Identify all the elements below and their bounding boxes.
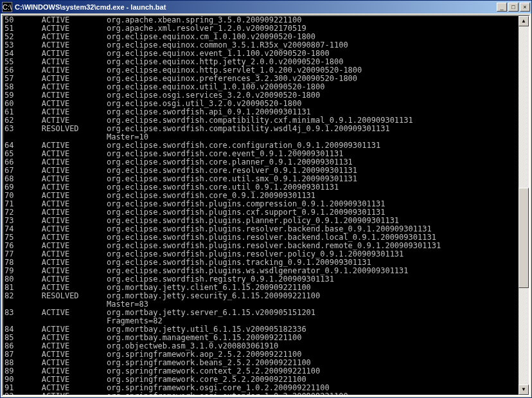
scroll-thumb[interactable] [519, 188, 529, 288]
bundle-row: 92 ACTIVE org.springframework.osgi.exten… [4, 392, 517, 395]
minimize-button[interactable]: _ [497, 3, 507, 12]
scroll-up-button[interactable]: ▲ [519, 16, 529, 26]
scroll-down-button[interactable]: ▼ [519, 384, 529, 395]
maximize-button[interactable]: □ [508, 3, 519, 12]
window-buttons: _ □ × [497, 3, 530, 12]
window-title: C:\WINDOWS\system32\cmd.exe - launch.bat [15, 3, 497, 11]
app-icon: C:\ [2, 2, 12, 12]
scroll-track[interactable] [519, 26, 529, 384]
console-output[interactable]: 50 ACTIVE org.apache.xbean.spring_3.5.0.… [3, 16, 519, 395]
titlebar[interactable]: C:\ C:\WINDOWS\system32\cmd.exe - launch… [1, 1, 531, 14]
close-button[interactable]: × [520, 3, 530, 12]
cmd-window: C:\ C:\WINDOWS\system32\cmd.exe - launch… [0, 0, 532, 398]
client-area: 50 ACTIVE org.apache.xbean.spring_3.5.0.… [2, 15, 530, 396]
vertical-scrollbar[interactable]: ▲ ▼ [519, 16, 529, 395]
